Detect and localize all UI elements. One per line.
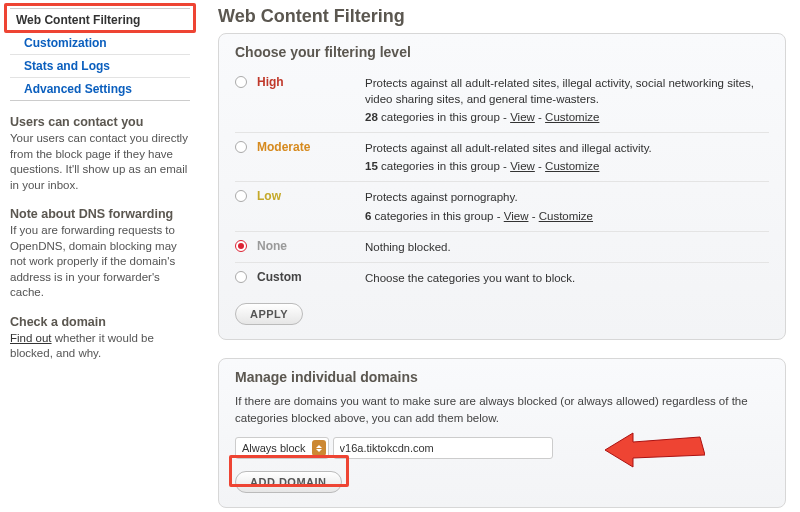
filter-row-low[interactable]: Low Protects against pornography. 6 cate… xyxy=(235,182,769,231)
filtering-level-rows: High Protects against all adult-related … xyxy=(235,68,769,293)
select-stepper-icon xyxy=(312,440,326,456)
sidebar-contact-body: Your users can contact you directly from… xyxy=(10,131,190,193)
main-content: Web Content Filtering Choose your filter… xyxy=(200,0,800,512)
radio-moderate[interactable] xyxy=(235,141,247,153)
sidebar-check-body: Find out whether it would be blocked, an… xyxy=(10,331,190,362)
customize-link[interactable]: Customize xyxy=(545,160,599,172)
sidebar-nav: Web Content Filtering Customization Stat… xyxy=(10,8,190,101)
sidebar-check-title: Check a domain xyxy=(10,315,190,329)
nav-item-customization[interactable]: Customization xyxy=(10,32,190,55)
manage-domains-panel: Manage individual domains If there are d… xyxy=(218,358,786,509)
filter-count: 15 xyxy=(365,160,378,172)
manage-domains-heading: Manage individual domains xyxy=(235,369,769,385)
svg-marker-0 xyxy=(605,433,705,467)
customize-link[interactable]: Customize xyxy=(539,210,593,222)
filter-row-moderate[interactable]: Moderate Protects against all adult-rela… xyxy=(235,133,769,182)
manage-domains-intro: If there are domains you want to make su… xyxy=(235,393,769,428)
filter-desc: Protects against all adult-related sites… xyxy=(365,142,652,154)
nav-item-stats-and-logs[interactable]: Stats and Logs xyxy=(10,55,190,78)
domain-input[interactable] xyxy=(333,437,553,459)
add-domain-button[interactable]: ADD DOMAIN xyxy=(235,471,342,493)
sidebar-contact-section: Users can contact you Your users can con… xyxy=(10,115,190,193)
filter-row-none[interactable]: None Nothing blocked. xyxy=(235,232,769,263)
filter-level-label: Custom xyxy=(257,270,365,284)
sidebar-dns-section: Note about DNS forwarding If you are for… xyxy=(10,207,190,301)
sidebar: Web Content Filtering Customization Stat… xyxy=(0,0,200,512)
view-link[interactable]: View xyxy=(510,160,535,172)
filter-level-label: None xyxy=(257,239,365,253)
radio-high[interactable] xyxy=(235,76,247,88)
page-title: Web Content Filtering xyxy=(218,6,786,27)
filter-desc: Nothing blocked. xyxy=(365,241,451,253)
filtering-level-heading: Choose your filtering level xyxy=(235,44,769,60)
apply-button[interactable]: APPLY xyxy=(235,303,303,325)
view-link[interactable]: View xyxy=(504,210,529,222)
sidebar-dns-title: Note about DNS forwarding xyxy=(10,207,190,221)
sidebar-contact-title: Users can contact you xyxy=(10,115,190,129)
filter-desc: Protects against all adult-related sites… xyxy=(365,77,754,105)
filter-count: 28 xyxy=(365,111,378,123)
customize-link[interactable]: Customize xyxy=(545,111,599,123)
filtering-level-panel: Choose your filtering level High Protect… xyxy=(218,33,786,340)
radio-low[interactable] xyxy=(235,190,247,202)
nav-item-web-content-filtering[interactable]: Web Content Filtering xyxy=(10,9,190,32)
sidebar-dns-body: If you are forwarding requests to OpenDN… xyxy=(10,223,190,301)
filter-level-label: High xyxy=(257,75,365,89)
domain-action-select[interactable]: Always block xyxy=(235,437,329,459)
filter-desc: Choose the categories you want to block. xyxy=(365,272,575,284)
radio-custom[interactable] xyxy=(235,271,247,283)
filter-level-label: Low xyxy=(257,189,365,203)
domain-controls-row: Always block xyxy=(235,437,769,459)
filter-desc: Protects against pornography. xyxy=(365,191,518,203)
filter-level-label: Moderate xyxy=(257,140,365,154)
view-link[interactable]: View xyxy=(510,111,535,123)
radio-none[interactable] xyxy=(235,240,247,252)
nav-item-advanced-settings[interactable]: Advanced Settings xyxy=(10,78,190,100)
filter-cat-text: categories in this group - xyxy=(378,111,510,123)
find-out-link[interactable]: Find out xyxy=(10,332,52,344)
filter-row-custom[interactable]: Custom Choose the categories you want to… xyxy=(235,263,769,293)
annotation-arrow xyxy=(605,425,705,478)
filter-row-high[interactable]: High Protects against all adult-related … xyxy=(235,68,769,133)
filter-cat-text: categories in this group - xyxy=(371,210,503,222)
filter-cat-text: categories in this group - xyxy=(378,160,510,172)
sidebar-check-section: Check a domain Find out whether it would… xyxy=(10,315,190,362)
domain-action-selected: Always block xyxy=(242,442,306,454)
